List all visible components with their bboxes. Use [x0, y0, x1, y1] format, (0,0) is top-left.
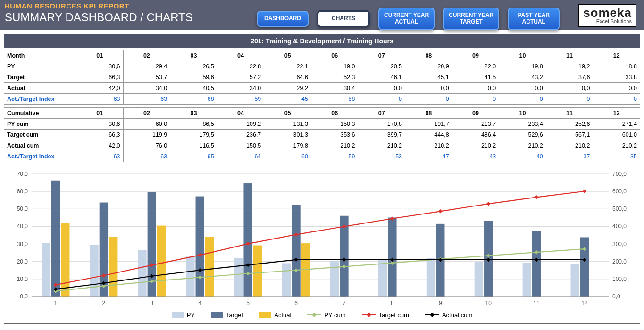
svg-text:5: 5 [246, 300, 250, 306]
svg-text:8: 8 [391, 300, 394, 306]
row-pycum-c0: 30,6 [76, 118, 124, 129]
legend-target-cum: Target cum [362, 312, 409, 319]
row-targetcum-c8: 486,4 [452, 129, 499, 140]
hdr-cum-c4: 05 [264, 107, 311, 118]
row-idx-c9: 0 [499, 93, 546, 104]
svg-text:400,0: 400,0 [612, 223, 627, 230]
row-actualcum-c3: 150,5 [217, 140, 264, 151]
row-label-target: Target [4, 72, 76, 82]
svg-rect-86 [438, 209, 442, 213]
legend-py-cum: PY cum [307, 312, 345, 319]
current-year-actual-button[interactable]: CURRENT YEAR ACTUAL [378, 8, 435, 30]
svg-rect-47 [580, 237, 589, 297]
row-actualcum-c7: 210,2 [405, 140, 452, 151]
chart-legend: PY Target Actual PY cum Target cum Actua… [4, 309, 640, 323]
row-actualcum-c2: 116,5 [170, 140, 217, 151]
row-target-c0: 66,3 [76, 72, 124, 82]
row-pycum-c9: 233,4 [499, 118, 546, 129]
row-label-py: PY [4, 61, 76, 72]
svg-text:4: 4 [198, 300, 201, 306]
current-year-target-button[interactable]: CURRENT YEAR TARGET [443, 8, 499, 30]
row-py-c11: 18,8 [593, 61, 640, 72]
row-actualcum-c6: 210,2 [358, 140, 405, 151]
svg-text:60,0: 60,0 [17, 188, 28, 195]
svg-rect-41 [292, 205, 300, 296]
svg-text:10: 10 [485, 300, 492, 306]
row-py-c3: 22,8 [217, 61, 264, 72]
row-pycum-c7: 191,7 [405, 118, 452, 129]
row-idx-c4: 45 [264, 93, 311, 104]
row-target-c3: 57,2 [217, 72, 264, 82]
header: HUMAN RESOURCES KPI REPORT SUMMARY DASHB… [0, 0, 644, 30]
past-year-actual-button[interactable]: PAST YEAR ACTUAL [508, 8, 560, 30]
row-target-c2: 59,6 [170, 72, 217, 82]
row-actual-c8: 0,0 [452, 82, 499, 93]
hdr-months-c3: 04 [217, 50, 264, 61]
row-target-c5: 52,3 [311, 72, 358, 82]
svg-text:1: 1 [54, 300, 58, 306]
row-idxcum-c1: 63 [123, 151, 170, 162]
row-idx-c11: 0 [593, 93, 640, 104]
svg-text:30,0: 30,0 [17, 240, 28, 247]
legend-actual: Actual [259, 312, 291, 319]
svg-rect-34 [523, 263, 531, 296]
row-targetcum-c7: 444,8 [405, 129, 452, 140]
row-idxcum-c6: 53 [358, 151, 405, 162]
logo: someka Excel Solutions [578, 4, 636, 27]
svg-rect-30 [330, 260, 339, 296]
svg-rect-24 [42, 243, 50, 297]
hdr-months-c8: 09 [452, 50, 499, 61]
row-targetcum-c3: 236,7 [217, 129, 264, 140]
row-actualcum-c9: 210,2 [499, 140, 546, 151]
dashboard-button[interactable]: DASHBOARD [257, 11, 309, 27]
svg-rect-36 [51, 180, 60, 296]
kpi-chart: 0,00,010,0100,020,0200,030,0300,040,0400… [4, 167, 639, 309]
svg-rect-51 [205, 237, 214, 296]
row-idxcum-c11: 35 [593, 151, 640, 162]
row-actual-c7: 0,0 [405, 82, 452, 93]
charts-button[interactable]: CHARTS [317, 10, 370, 27]
row-targetcum-c0: 66,3 [76, 129, 124, 140]
svg-rect-39 [196, 196, 204, 296]
row-targetcum-c5: 353,6 [311, 129, 358, 140]
svg-rect-31 [378, 260, 387, 297]
hdr-months-c7: 08 [405, 50, 452, 61]
svg-text:70,0: 70,0 [17, 171, 28, 177]
row-actual-c2: 40,5 [170, 82, 217, 93]
row-idx-c10: 0 [546, 93, 593, 104]
hdr-cum-c0: 01 [76, 107, 124, 118]
row-pycum-c4: 131,3 [264, 118, 311, 129]
svg-text:200,0: 200,0 [612, 258, 627, 264]
row-label-py-cum: PY cum [4, 118, 76, 129]
svg-text:0,0: 0,0 [612, 293, 620, 300]
svg-text:0,0: 0,0 [20, 293, 28, 300]
row-pycum-c1: 60,0 [123, 118, 170, 129]
row-idxcum-c0: 63 [76, 151, 124, 162]
nav-buttons: DASHBOARD CHARTS CURRENT YEAR ACTUAL CUR… [257, 0, 560, 30]
row-idxcum-c3: 64 [217, 151, 264, 162]
row-py-c6: 20,5 [358, 61, 405, 72]
row-idx-c5: 58 [311, 93, 358, 104]
svg-rect-46 [532, 231, 541, 297]
hdr-cum-c9: 10 [499, 107, 546, 118]
hdr-cum-c2: 03 [170, 107, 217, 118]
row-idxcum-c7: 47 [405, 151, 452, 162]
svg-text:50,0: 50,0 [17, 206, 28, 212]
svg-text:3: 3 [150, 300, 153, 306]
row-py-c5: 19,0 [311, 61, 358, 72]
svg-rect-48 [61, 223, 69, 297]
row-target-c8: 41,5 [452, 72, 499, 82]
svg-text:100,0: 100,0 [612, 275, 627, 282]
row-label-index-cum: Act./Target Index [4, 151, 76, 162]
row-actualcum-c10: 210,2 [546, 140, 593, 151]
row-idx-c1: 63 [123, 93, 170, 104]
row-actual-c3: 34,0 [217, 82, 264, 93]
svg-text:11: 11 [533, 300, 540, 306]
hdr-cum-c7: 08 [405, 107, 452, 118]
svg-rect-40 [243, 183, 252, 297]
legend-actual-cum: Actual cum [425, 312, 472, 319]
row-actual-c1: 34,0 [123, 82, 170, 93]
hdr-cum-c11: 12 [593, 107, 640, 118]
row-label-target-cum: Target cum [4, 129, 76, 140]
row-pycum-c2: 86,5 [170, 118, 217, 129]
